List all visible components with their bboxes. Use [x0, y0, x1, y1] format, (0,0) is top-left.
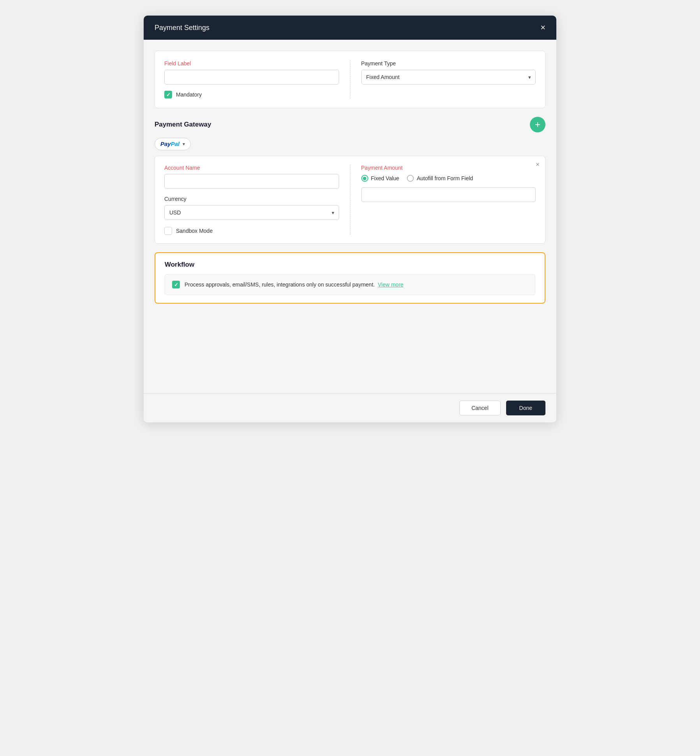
payment-type-select[interactable]: Fixed Amount Variable Amount	[361, 70, 536, 84]
gateway-left-col: Account Name Currency USD EUR GBP ▾	[164, 165, 350, 235]
modal-header: Payment Settings ×	[144, 16, 556, 40]
cancel-button[interactable]: Cancel	[459, 401, 501, 415]
sandbox-checkbox[interactable]	[164, 227, 172, 235]
payment-type-col: Payment Type Fixed Amount Variable Amoun…	[350, 60, 536, 98]
gateway-tab-dropdown-icon: ▾	[183, 141, 185, 147]
fixed-value-radio-circle[interactable]	[361, 175, 368, 182]
gateway-close-button[interactable]: ×	[536, 161, 540, 169]
payment-gateway-section: Payment Gateway + PayPal ▾ × Account Nam…	[155, 117, 545, 244]
view-more-link[interactable]: View more	[378, 281, 403, 288]
payment-settings-modal: Payment Settings × Field Label ✓ Mandato…	[144, 16, 556, 422]
sandbox-label: Sandbox Mode	[176, 228, 213, 234]
mandatory-row: ✓ Mandatory	[164, 91, 339, 98]
fixed-value-radio-item[interactable]: Fixed Value	[361, 175, 399, 182]
add-gateway-button[interactable]: +	[530, 117, 545, 132]
done-button[interactable]: Done	[506, 401, 545, 415]
payment-gateway-header: Payment Gateway +	[155, 117, 545, 132]
workflow-section: Workflow ✓ Process approvals, email/SMS,…	[155, 252, 545, 304]
bottom-spacer	[155, 312, 545, 382]
field-label-input[interactable]	[164, 70, 339, 84]
payment-amount-label: Payment Amount	[361, 165, 536, 171]
workflow-check-icon: ✓	[174, 282, 178, 288]
modal-close-button[interactable]: ×	[540, 23, 545, 32]
payment-type-select-wrapper: Fixed Amount Variable Amount ▾	[361, 70, 536, 84]
field-payment-two-col: Field Label ✓ Mandatory Payment Type Fix…	[164, 60, 536, 98]
gateway-two-col: Account Name Currency USD EUR GBP ▾	[164, 165, 536, 235]
paypal-logo: PayPal	[160, 141, 179, 148]
currency-select[interactable]: USD EUR GBP	[164, 205, 339, 220]
autofill-radio-circle[interactable]	[407, 175, 414, 182]
autofill-label: Autofill from Form Field	[417, 175, 473, 181]
mandatory-check-icon: ✓	[166, 92, 171, 98]
field-label-heading: Field Label	[164, 60, 339, 67]
currency-label: Currency	[164, 196, 339, 202]
currency-select-wrapper: USD EUR GBP ▾	[164, 205, 339, 220]
payment-type-label: Payment Type	[361, 60, 536, 67]
paypal-gateway-card: × Account Name Currency USD EUR GBP	[155, 156, 545, 244]
fixed-value-label: Fixed Value	[371, 175, 399, 181]
paypal-tab[interactable]: PayPal ▾	[155, 138, 191, 150]
mandatory-label: Mandatory	[176, 91, 202, 98]
payment-amount-radio-group: Fixed Value Autofill from Form Field	[361, 175, 536, 182]
modal-body: Field Label ✓ Mandatory Payment Type Fix…	[144, 40, 556, 393]
workflow-text: Process approvals, email/SMS, rules, int…	[185, 281, 403, 288]
amount-input[interactable]	[361, 187, 536, 202]
modal-title: Payment Settings	[155, 24, 209, 32]
sandbox-row: Sandbox Mode	[164, 227, 339, 235]
modal-footer: Cancel Done	[144, 393, 556, 422]
field-payment-card: Field Label ✓ Mandatory Payment Type Fix…	[155, 51, 545, 108]
account-name-label: Account Name	[164, 165, 339, 171]
mandatory-checkbox[interactable]: ✓	[164, 91, 172, 98]
payment-gateway-title: Payment Gateway	[155, 121, 211, 128]
account-name-input[interactable]	[164, 174, 339, 189]
field-label-col: Field Label ✓ Mandatory	[164, 60, 350, 98]
workflow-inner: ✓ Process approvals, email/SMS, rules, i…	[165, 274, 535, 295]
workflow-checkbox[interactable]: ✓	[172, 281, 180, 288]
autofill-radio-item[interactable]: Autofill from Form Field	[407, 175, 473, 182]
gateway-right-col: Payment Amount Fixed Value Autofill from…	[350, 165, 536, 235]
workflow-title: Workflow	[165, 261, 535, 269]
